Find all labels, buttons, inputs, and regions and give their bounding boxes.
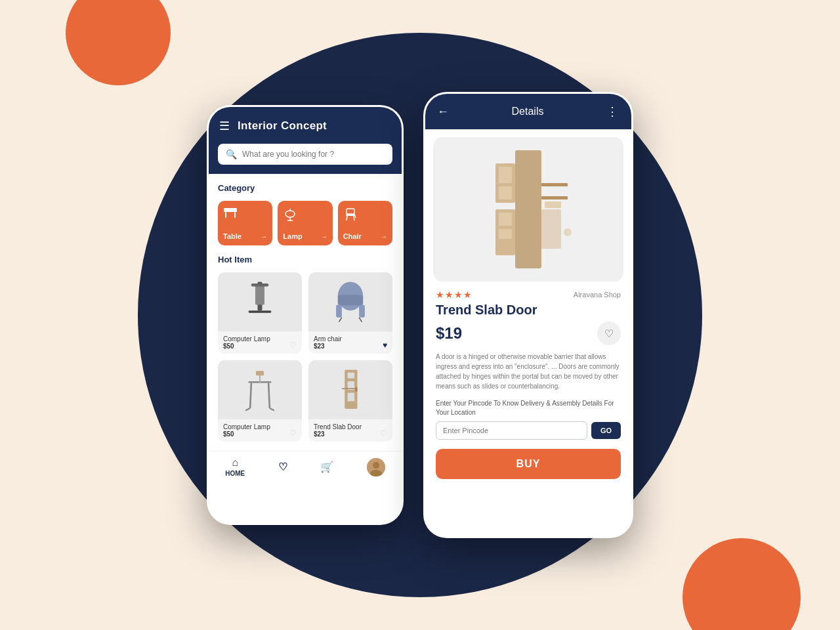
favorite-button[interactable]: ♡ bbox=[597, 322, 621, 345]
svg-rect-49 bbox=[545, 201, 561, 208]
nav-cart[interactable]: 🛒 bbox=[320, 461, 333, 473]
phones-container: ☰ Interior Concept 🔍 Category bbox=[207, 92, 633, 538]
back-button[interactable]: ← bbox=[437, 105, 449, 119]
lamp-label-row: Lamp → bbox=[283, 232, 327, 240]
svg-line-25 bbox=[268, 383, 270, 409]
search-bar-wrap: 🔍 bbox=[209, 144, 402, 174]
item-card-1[interactable]: Computer Lamp $50 ♡ bbox=[218, 272, 302, 354]
svg-line-27 bbox=[270, 408, 274, 411]
heart-nav-icon: ♡ bbox=[278, 461, 287, 473]
svg-rect-35 bbox=[355, 387, 358, 392]
nav-favorites[interactable]: ♡ bbox=[278, 461, 287, 473]
svg-point-50 bbox=[564, 228, 572, 236]
svg-rect-42 bbox=[541, 183, 568, 186]
item-info-3: Computer Lamp $50 ♡ bbox=[218, 419, 302, 442]
table-arrow: → bbox=[261, 233, 267, 240]
svg-rect-15 bbox=[255, 285, 264, 305]
svg-rect-39 bbox=[515, 150, 541, 268]
avatar bbox=[367, 458, 385, 476]
decoration-circle-bottom-right bbox=[682, 538, 801, 630]
item-name-1: Computer Lamp bbox=[223, 335, 270, 343]
table-label-row: Table → bbox=[223, 232, 267, 240]
product-description: A door is a hinged or otherwise movable … bbox=[436, 352, 621, 391]
svg-rect-47 bbox=[499, 229, 512, 239]
item-card-2[interactable]: Arm chair $23 ♥ bbox=[308, 272, 392, 354]
svg-rect-45 bbox=[499, 186, 512, 200]
cart-icon: 🛒 bbox=[320, 461, 333, 473]
svg-line-21 bbox=[339, 318, 342, 322]
svg-rect-48 bbox=[541, 209, 561, 249]
pincode-row: GO bbox=[436, 421, 621, 440]
svg-rect-29 bbox=[256, 371, 264, 375]
stars: ★★★★ bbox=[436, 289, 472, 300]
svg-rect-3 bbox=[224, 208, 237, 210]
item-info-2: Arm chair $23 ♥ bbox=[308, 331, 392, 354]
chair-label-row: Chair → bbox=[343, 232, 387, 240]
svg-rect-20 bbox=[359, 304, 365, 317]
svg-rect-43 bbox=[541, 196, 568, 200]
hamburger-icon[interactable]: ☰ bbox=[219, 119, 230, 133]
product-image bbox=[433, 137, 623, 282]
item-card-4[interactable]: Trend Slab Door $23 ♡ bbox=[308, 360, 392, 442]
svg-rect-18 bbox=[338, 295, 364, 306]
item-name-3: Computer Lamp bbox=[223, 423, 270, 430]
nav-profile[interactable] bbox=[367, 458, 385, 476]
decoration-circle-top-left bbox=[66, 0, 171, 85]
item-heart-3[interactable]: ♡ bbox=[289, 429, 297, 438]
lamp-label: Lamp bbox=[283, 232, 302, 240]
search-icon: 🔍 bbox=[226, 149, 237, 159]
product-illustration bbox=[463, 144, 594, 275]
lamp-arrow: → bbox=[321, 233, 327, 240]
bottom-nav: ⌂ HOME ♡ 🛒 bbox=[209, 451, 402, 484]
lamp-icon bbox=[283, 207, 297, 225]
pincode-input[interactable] bbox=[436, 421, 587, 440]
left-phone-header: ☰ Interior Concept bbox=[209, 107, 402, 144]
item-heart-2[interactable]: ♥ bbox=[383, 341, 387, 350]
item-name-2: Arm chair bbox=[314, 335, 342, 343]
rating-shop-row: ★★★★ Airavana Shop bbox=[436, 289, 621, 300]
category-card-chair[interactable]: Chair → bbox=[338, 201, 392, 245]
svg-rect-1 bbox=[225, 212, 226, 218]
svg-rect-33 bbox=[348, 392, 355, 401]
svg-rect-2 bbox=[234, 212, 236, 218]
item-heart-4[interactable]: ♡ bbox=[380, 429, 387, 438]
chair-arrow: → bbox=[381, 233, 387, 240]
buy-button[interactable]: BUY bbox=[436, 449, 621, 479]
category-card-table[interactable]: Table → bbox=[218, 201, 272, 245]
chair-label: Chair bbox=[343, 232, 362, 240]
category-card-lamp[interactable]: Lamp → bbox=[278, 201, 332, 245]
item-price-3: $50 bbox=[223, 430, 270, 438]
detail-header-title: Details bbox=[512, 106, 544, 117]
svg-point-4 bbox=[285, 211, 295, 217]
product-price: $19 bbox=[436, 324, 462, 343]
nav-home[interactable]: ⌂ HOME bbox=[225, 457, 245, 477]
svg-rect-0 bbox=[224, 210, 237, 212]
item-info-1: Computer Lamp $50 ♡ bbox=[218, 331, 302, 354]
shop-name: Airavana Shop bbox=[574, 291, 621, 299]
item-heart-1[interactable]: ♡ bbox=[289, 341, 297, 350]
svg-rect-31 bbox=[348, 373, 355, 379]
svg-rect-46 bbox=[499, 213, 512, 226]
product-name: Trend Slab Door bbox=[436, 303, 621, 318]
svg-line-12 bbox=[354, 214, 356, 218]
item-price-1: $50 bbox=[223, 343, 270, 350]
detail-menu-icon[interactable]: ⋮ bbox=[606, 104, 620, 119]
left-phone: ☰ Interior Concept 🔍 Category bbox=[207, 105, 404, 525]
search-input[interactable] bbox=[242, 150, 385, 159]
item-img-3 bbox=[218, 360, 302, 419]
item-img-2 bbox=[308, 272, 392, 331]
svg-rect-19 bbox=[336, 304, 342, 317]
item-name-4: Trend Slab Door bbox=[314, 423, 362, 430]
hot-item-label: Hot Item bbox=[218, 255, 392, 264]
home-label: HOME bbox=[225, 470, 245, 477]
go-button[interactable]: GO bbox=[591, 422, 621, 439]
item-card-3[interactable]: Computer Lamp $50 ♡ bbox=[218, 360, 302, 442]
item-info-4: Trend Slab Door $23 ♡ bbox=[308, 419, 392, 442]
app-title: Interior Concept bbox=[238, 119, 327, 133]
svg-line-10 bbox=[346, 216, 347, 220]
price-fav-row: $19 ♡ bbox=[436, 322, 621, 345]
pincode-label: Enter Your Pincode To Know Delivery & As… bbox=[436, 399, 621, 417]
item-price-2: $23 bbox=[314, 343, 342, 350]
svg-rect-44 bbox=[499, 167, 512, 183]
search-bar: 🔍 bbox=[218, 144, 392, 165]
